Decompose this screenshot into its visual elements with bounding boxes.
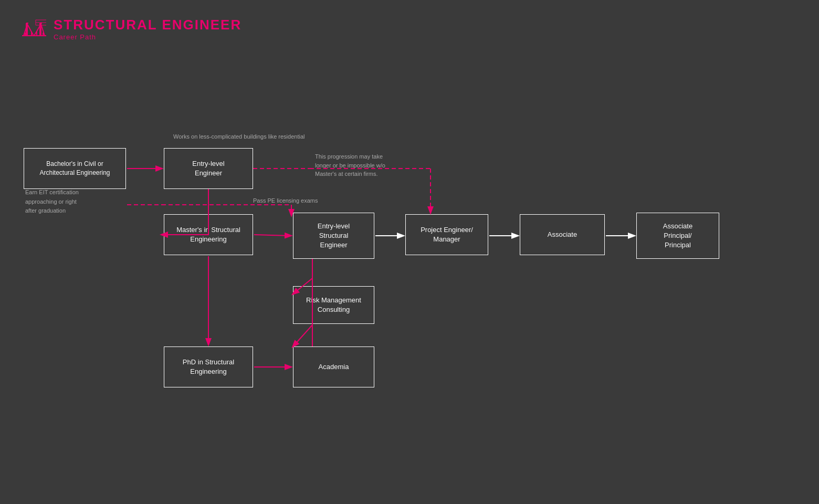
node-project-engineer: Project Engineer/Manager (405, 214, 488, 255)
bridge-icon (21, 16, 47, 42)
node-risk-mgmt: Risk ManagementConsulting (293, 286, 374, 324)
header-subtitle: Career Path (54, 33, 242, 41)
node-phd: PhD in StructuralEngineering (164, 346, 253, 387)
svg-line-8 (27, 24, 34, 36)
annotation-earn-eit: Earn EIT certificationapproaching or rig… (25, 188, 79, 216)
header: STRUCTURAL ENGINEER Career Path (21, 16, 242, 42)
annotation-progression: This progression may take longer or be i… (315, 152, 385, 178)
svg-line-26 (254, 235, 291, 236)
svg-line-31 (293, 325, 312, 346)
node-associate-principal: AssociatePrincipal/Principal (636, 213, 719, 259)
node-bachelor: Bachelor's in Civil orArchitectural Engi… (24, 148, 126, 189)
header-title: STRUCTURAL ENGINEER (54, 17, 242, 33)
node-entry-level: Entry-levelEngineer (164, 148, 253, 189)
annotation-works-on: Works on less-complicated buildings like… (173, 132, 304, 141)
node-associate: Associate (520, 214, 605, 255)
annotation-pass-pe: Pass PE licensing exams (253, 196, 318, 205)
node-entry-structural: Entry-levelStructuralEngineer (293, 213, 374, 259)
node-masters: Master's in StructuralEngineering (164, 214, 253, 255)
node-academia: Academia (293, 346, 374, 387)
